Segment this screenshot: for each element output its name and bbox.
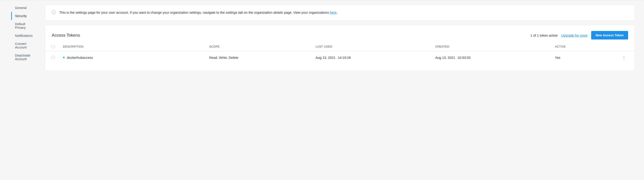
more-actions-icon[interactable] [622, 55, 627, 60]
tokens-title: Access Tokens [52, 33, 80, 38]
active-cell: Yes [555, 56, 622, 59]
tokens-table: DESCRIPTION SCOPE LAST USED CREATED ACTI… [45, 44, 635, 64]
active-status-dot-icon [63, 57, 65, 58]
col-active: ACTIVE [555, 45, 622, 48]
scope-cell: Read, Write, Delete [209, 56, 316, 59]
info-text-segment: page. View your organizations [283, 11, 330, 14]
row-actions-cell [622, 55, 632, 60]
info-em-user: user [109, 11, 115, 14]
tokens-actions: 1 of 1 token active Upgrade for more New… [530, 31, 628, 40]
table-header-row: DESCRIPTION SCOPE LAST USED CREATED ACTI… [45, 44, 635, 51]
sidebar-item-security[interactable]: Security [11, 12, 36, 20]
created-time: 10:33:03 [458, 56, 470, 59]
tokens-card: Access Tokens 1 of 1 token active Upgrad… [45, 25, 635, 71]
row-select-cell [52, 56, 63, 59]
sidebar-item-default-privacy[interactable]: Default Privacy [11, 20, 36, 32]
sidebar-item-notifications[interactable]: Notifications [11, 32, 36, 40]
info-banner: i This is the settings page for your use… [45, 5, 635, 20]
tokens-status: 1 of 1 token active [530, 33, 558, 37]
info-text-segment: account. If you want to change your [115, 11, 170, 14]
info-icon: i [52, 10, 56, 14]
table-row: dockerhubaccess Read, Write, Delete Aug … [45, 51, 635, 64]
tokens-header: Access Tokens 1 of 1 token active Upgrad… [45, 31, 635, 44]
col-created: CREATED [435, 45, 555, 48]
select-all-checkbox[interactable] [52, 45, 55, 48]
last-used-date: Aug 13, 2021 [316, 56, 336, 59]
orgs-here-link[interactable]: here [330, 11, 336, 14]
new-access-token-button[interactable]: New Access Token [591, 31, 628, 40]
sidebar-item-convert-account[interactable]: Convert Account [11, 40, 36, 51]
info-em-settings-tab: settings tab [226, 11, 243, 14]
col-scope: SCOPE [209, 45, 316, 48]
col-description: DESCRIPTION [63, 45, 209, 48]
col-last-used: LAST USED [316, 45, 435, 48]
info-text-segment: on the [243, 11, 254, 14]
select-all-cell [52, 45, 63, 48]
sidebar-item-general[interactable]: General [11, 4, 36, 12]
info-em-organization: organization [170, 11, 188, 14]
row-checkbox[interactable] [52, 56, 55, 59]
info-text-segment: . [336, 11, 338, 14]
info-text-segment: settings, navigate to the [188, 11, 226, 14]
last-used-cell: Aug 13, 202114:19:26 [316, 56, 435, 59]
upgrade-link[interactable]: Upgrade for more [561, 33, 588, 37]
token-description: dockerhubaccess [67, 56, 93, 59]
info-text: This is the settings page for your user … [59, 10, 338, 15]
created-cell: Aug 13, 202110:33:03 [435, 56, 555, 59]
main-content: i This is the settings page for your use… [36, 0, 644, 90]
sidebar: General Security Default Privacy Notific… [0, 0, 36, 90]
sidebar-item-deactivate-account[interactable]: Deactivate Account [11, 51, 36, 63]
last-used-time: 14:19:26 [338, 56, 351, 59]
created-date: Aug 13, 2021 [435, 56, 455, 59]
description-cell: dockerhubaccess [63, 56, 209, 59]
info-text-segment: This is the settings page for your [59, 11, 109, 14]
info-em-org-details: organization details [254, 11, 283, 14]
